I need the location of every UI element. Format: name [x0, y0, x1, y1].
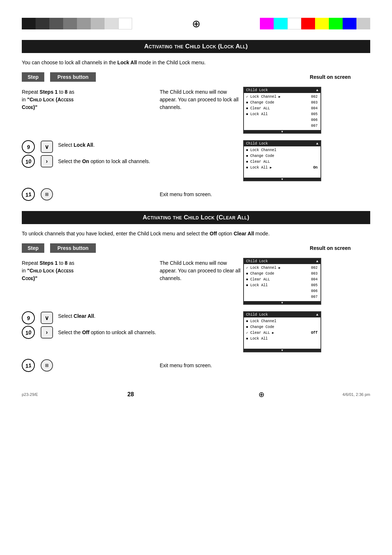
step11-row: 11 ⊞ — [22, 188, 160, 201]
screen3-title: Child Lock — [246, 259, 268, 263]
screen3-row2: ■ Change Code 003 — [246, 271, 318, 277]
cbr-3 — [287, 18, 301, 29]
section1-title: Activating the Child Lock (Lock All) — [22, 40, 370, 53]
section1-screen2: Child Lock ▲ ■ Lock Channel ■ Change Cod… — [243, 140, 370, 181]
color-bar-section: ⊕ — [0, 0, 392, 40]
s2-step9-down-btn[interactable]: ∨ — [41, 312, 53, 324]
section1-row11-center: Exit menu from screen. — [160, 188, 243, 198]
screen-mock-3: Child Lock ▲ ✓ Lock Channel ▶ 002 ■ Chan… — [243, 258, 321, 305]
section2-screen2: Child Lock ▲ ■ Lock Channel ■ Change Cod… — [243, 311, 370, 352]
header-press-2: Press button — [50, 243, 96, 253]
screen2-row3: ■ Clear ALL — [246, 159, 318, 165]
page-footer: p23-29/E 28 ⊕ 4/6/01, 2:36 pm — [0, 383, 392, 406]
cbr-1 — [260, 18, 274, 29]
step10-right-btn[interactable]: › — [41, 155, 53, 167]
s2-step11-menu-btn[interactable]: ⊞ — [41, 359, 53, 372]
section2-steps-9-10-left: 9 ∨ 10 › Select Clear All. Select the Of… — [22, 311, 160, 344]
screen3-row5: 006 — [246, 288, 318, 294]
s2-step10-right-btn[interactable]: › — [41, 326, 53, 339]
section1-rows-9-10: 9 ∨ 10 › Select Lock All. Select the On … — [22, 140, 370, 181]
footer-right-text: 4/6/01, 2:36 pm — [327, 392, 370, 397]
cbr-7 — [343, 18, 356, 29]
screen4-title-bar: Child Lock ▲ — [244, 312, 320, 317]
section2-row11-center: Exit menu from screen. — [160, 359, 243, 369]
screen2-arrow-up: ▲ — [316, 142, 318, 146]
section1-row1-text: Repeat Steps 1 to 8 as in "Child Lock (A… — [22, 87, 160, 111]
cbr-6 — [329, 18, 343, 29]
page-number: 28 — [65, 391, 196, 398]
section-clear-all: Activating the Child Lock (Clear All) To… — [22, 211, 370, 372]
screen4-row1: ■ Lock Channel — [246, 319, 318, 324]
section2-title: Activating the Child Lock (Clear All) — [22, 211, 370, 224]
section1-row1-left: Repeat Steps 1 to 8 as in "Child Lock (A… — [22, 87, 160, 111]
section2-row1-left: Repeat Steps 1 to 8 as in "Child Lock (A… — [22, 258, 160, 282]
screen4-row2: ■ Change Code — [246, 324, 318, 330]
screen1-title: Child Lock — [246, 88, 268, 92]
section2-step11-left: 11 ⊞ — [22, 359, 160, 372]
screen4-row4: ■ Lock All — [246, 336, 318, 342]
section2-row2-center — [160, 311, 243, 313]
screen4-row3: ✓ Clear ALL ▶ Off — [246, 330, 318, 336]
cb-6 — [91, 18, 105, 29]
crosshair-bottom: ⊕ — [258, 390, 265, 399]
cb-5 — [77, 18, 91, 29]
step9-badge: 9 — [21, 139, 36, 154]
s2-step10-row: 10 › — [22, 326, 53, 339]
screen4-title: Child Lock — [246, 313, 268, 317]
cb-3 — [49, 18, 63, 29]
step9-row: 9 ∨ — [22, 140, 53, 153]
screen3-row4: ■ Lock All 005 — [246, 283, 318, 288]
steps-910-block-1: 9 ∨ 10 › Select Lock All. Select the On … — [22, 140, 160, 168]
section1-steps-9-10-left: 9 ∨ 10 › Select Lock All. Select the On … — [22, 140, 160, 173]
step10-row: 10 › — [22, 155, 53, 168]
section2-row1-text: Repeat Steps 1 to 8 as in "Child Lock (A… — [22, 258, 160, 282]
crosshair-top: ⊕ — [187, 15, 205, 33]
section2-description: To unlock channels that you have locked,… — [22, 230, 370, 238]
page-content: Activating the Child Lock (Lock All) You… — [0, 40, 392, 372]
step11-menu-btn[interactable]: ⊞ — [41, 188, 53, 200]
section1-row2-center — [160, 140, 243, 142]
section1-screen1: Child Lock ▲ ✓ Lock Channel ▶ 002 ■ Chan… — [243, 87, 370, 134]
section2-exit-text: Exit menu from screen. — [160, 360, 243, 369]
lock-all-bold: Lock All — [117, 60, 137, 65]
screen1-row1: ✓ Lock Channel ▶ 002 — [246, 94, 318, 100]
screen2-row4: ■ Lock All ▶ On — [246, 165, 318, 171]
page-number-value: 28 — [127, 391, 134, 397]
screen3-body: ✓ Lock Channel ▶ 002 ■ Change Code 003 ■… — [244, 264, 320, 301]
section1-exit-text: Exit menu from screen. — [160, 189, 243, 198]
section1-description: You can choose to lock all channels in t… — [22, 59, 370, 66]
section2-table-header: Step Press button Result on screen — [22, 243, 370, 253]
step9-down-btn[interactable]: ∨ — [41, 141, 53, 153]
s2-step10-badge: 10 — [21, 325, 36, 340]
cb-2 — [36, 18, 49, 29]
steps-910-desc-2: Select Clear All. Select the Off option … — [58, 311, 156, 336]
section1-row1-center: The Child Lock menu will now appear. You… — [160, 87, 243, 111]
screen1-footer: ▼ — [244, 130, 320, 133]
section2-row1: Repeat Steps 1 to 8 as in "Child Lock (A… — [22, 258, 370, 305]
steps-910-badges-2: 9 ∨ 10 › — [22, 311, 53, 339]
header-result-2: Result on screen — [290, 243, 370, 253]
cb-8 — [118, 18, 132, 29]
section1-row11: 11 ⊞ Exit menu from screen. — [22, 188, 370, 201]
s2-step11-row: 11 ⊞ — [22, 359, 160, 372]
cb-7 — [105, 18, 118, 29]
screen1-row2: ■ Change Code 003 — [246, 100, 318, 106]
screen4-footer: ▼ — [244, 349, 320, 352]
screen2-row2: ■ Change Code — [246, 153, 318, 159]
s2-step9-row: 9 ∨ — [22, 311, 53, 324]
section2-row1-center: The Child Lock menu will now appear. You… — [160, 258, 243, 282]
cb-1 — [22, 18, 36, 29]
screen2-body: ■ Lock Channel ■ Change Code ■ Clear ALL… — [244, 146, 320, 178]
screen1-row5: 006 — [246, 117, 318, 123]
step10-badge: 10 — [21, 154, 36, 169]
screen1-row4: ■ Lock All 005 — [246, 112, 318, 117]
screen4-body: ■ Lock Channel ■ Change Code ✓ Clear ALL… — [244, 317, 320, 349]
cb-4 — [63, 18, 77, 29]
screen1-arrow-up: ▲ — [316, 88, 318, 92]
color-bar-left — [22, 18, 132, 29]
screen3-row1: ✓ Lock Channel ▶ 002 — [246, 265, 318, 271]
section-lock-all: Activating the Child Lock (Lock All) You… — [22, 40, 370, 201]
section1-step11-left: 11 ⊞ — [22, 188, 160, 201]
screen1-body: ✓ Lock Channel ▶ 002 ■ Change Code 003 ■… — [244, 93, 320, 130]
section2-rows-9-10: 9 ∨ 10 › Select Clear All. Select the Of… — [22, 311, 370, 352]
